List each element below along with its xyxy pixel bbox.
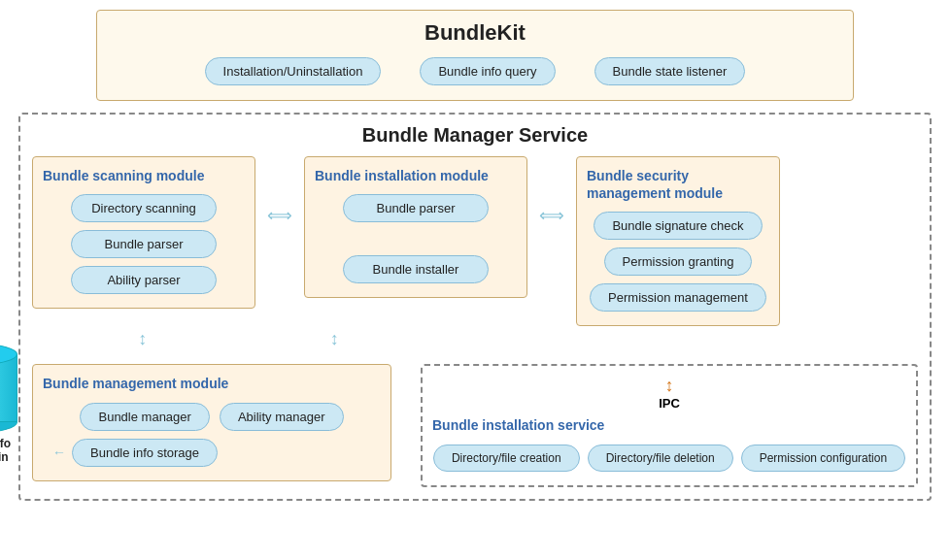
- scanning-module-title: Bundle scanning module: [43, 167, 245, 184]
- directory-scanning-pill: Directory scanning: [71, 194, 217, 222]
- security-module: Bundle security management module Bundle…: [576, 156, 780, 326]
- management-items-row: Bundle manager Ability manager: [43, 403, 381, 431]
- dir-file-creation-pill: Directory/file creation: [433, 445, 580, 472]
- installation-module: Bundle installation module Bundle parser…: [304, 156, 527, 298]
- diagram-container: BundleKit Installation/Uninstallation Bu…: [0, 0, 950, 560]
- bundle-info-storage-pill: Bundle info storage: [72, 439, 218, 467]
- install-service-items: Directory/file creation Directory/file d…: [432, 445, 906, 472]
- arrow-install-security: ⟺: [537, 205, 566, 226]
- security-module-items: Bundle signature check Permission granti…: [587, 212, 769, 312]
- management-module-title: Bundle management module: [43, 375, 381, 392]
- bundle-signature-check-pill: Bundle signature check: [594, 212, 762, 240]
- install-service: ↕ IPC Bundle installation service Direct…: [421, 364, 918, 486]
- permission-config-pill: Permission configuration: [741, 445, 905, 472]
- bundle-info-query-pill: Bundle info query: [420, 57, 555, 85]
- install-service-title: Bundle installation service: [432, 416, 906, 434]
- installation-module-items: Bundle parser Bundle installer: [315, 194, 517, 283]
- bundlekit-section: BundleKit Installation/Uninstallation Bu…: [96, 10, 854, 101]
- cylinder-label: Bundle info storage (in files): [0, 437, 22, 478]
- scanning-module-items: Directory scanning Bundle parser Ability…: [43, 194, 245, 294]
- installation-module-title: Bundle installation module: [315, 167, 517, 184]
- bundlekit-title: BundleKit: [117, 20, 833, 46]
- dir-file-deletion-pill: Directory/file deletion: [588, 445, 733, 472]
- ipc-arrow-up: ↕: [665, 376, 674, 396]
- top-row: Bundle scanning module Directory scannin…: [32, 156, 918, 326]
- arrow-to-storage: ←: [52, 445, 66, 460]
- install-bundle-parser-pill: Bundle parser: [343, 194, 489, 222]
- management-module: Bundle management module Bundle manager …: [32, 364, 391, 480]
- bundlekit-items: Installation/Uninstallation Bundle info …: [117, 57, 833, 85]
- bottom-row: Bundle info storage (in files) Bundle ma…: [32, 364, 918, 486]
- arrow-down-scan: ↕: [138, 329, 147, 349]
- install-service-top-pills: Directory/file creation Directory/file d…: [433, 445, 733, 472]
- security-module-title: Bundle security management module: [587, 167, 769, 202]
- scanning-bundle-parser-pill: Bundle parser: [71, 230, 217, 258]
- bms-title: Bundle Manager Service: [32, 124, 918, 147]
- bundle-manager-pill: Bundle manager: [80, 403, 209, 431]
- cylinder-body: [0, 354, 17, 422]
- scanning-module: Bundle scanning module Directory scannin…: [32, 156, 255, 309]
- bundle-state-listener-pill: Bundle state listener: [594, 57, 746, 85]
- cylinder-container: Bundle info storage (in files): [0, 344, 22, 478]
- ability-parser-pill: Ability parser: [71, 266, 217, 294]
- cylinder: [0, 344, 17, 433]
- bms-outer: Bundle Manager Service Bundle scanning m…: [18, 113, 932, 501]
- permission-management-pill: Permission management: [590, 283, 766, 312]
- installation-uninstallation-pill: Installation/Uninstallation: [205, 57, 382, 85]
- ability-manager-pill: Ability manager: [220, 403, 344, 431]
- arrow-down-install: ↕: [330, 329, 339, 349]
- permission-granting-pill: Permission granting: [604, 247, 753, 276]
- vert-arrows-row: ↕ ↕: [32, 326, 391, 352]
- arrow-scan-install: ⟺: [265, 205, 294, 226]
- ipc-label: IPC: [659, 396, 680, 411]
- bundle-installer-pill: Bundle installer: [343, 255, 489, 283]
